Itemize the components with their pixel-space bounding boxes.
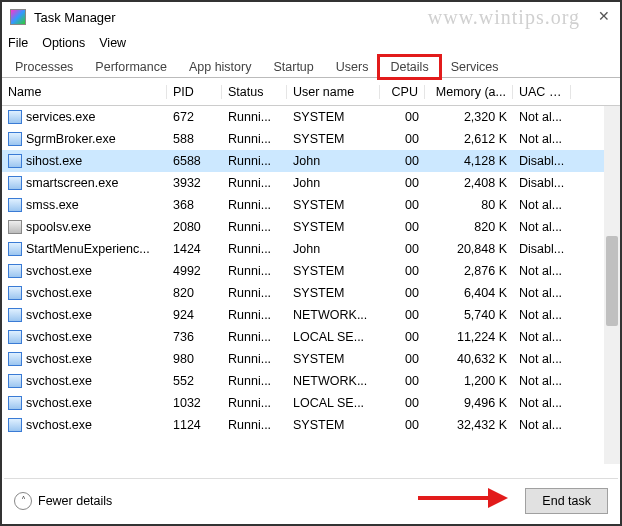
cell-user: SYSTEM bbox=[287, 418, 380, 432]
end-task-button[interactable]: End task bbox=[525, 488, 608, 514]
footer: ˄ Fewer details End task bbox=[4, 478, 618, 522]
col-pid[interactable]: PID bbox=[167, 85, 222, 99]
table-row[interactable]: smss.exe368Runni...SYSTEM0080 KNot al... bbox=[2, 194, 620, 216]
table-row[interactable]: svchost.exe552Runni...NETWORK...001,200 … bbox=[2, 370, 620, 392]
menu-view[interactable]: View bbox=[99, 36, 126, 50]
process-name: svchost.exe bbox=[26, 286, 92, 300]
tab-details[interactable]: Details bbox=[379, 56, 439, 78]
process-icon bbox=[8, 418, 22, 432]
table-row[interactable]: smartscreen.exe3932Runni...John002,408 K… bbox=[2, 172, 620, 194]
process-name: services.exe bbox=[26, 110, 95, 124]
cell-uac: Disabl... bbox=[513, 154, 571, 168]
cell-user: SYSTEM bbox=[287, 220, 380, 234]
cell-user: John bbox=[287, 176, 380, 190]
cell-memory: 2,612 K bbox=[425, 132, 513, 146]
cell-cpu: 00 bbox=[380, 418, 425, 432]
process-name: StartMenuExperienc... bbox=[26, 242, 150, 256]
col-memory[interactable]: Memory (a... bbox=[425, 85, 513, 99]
scroll-thumb[interactable] bbox=[606, 236, 618, 326]
cell-status: Runni... bbox=[222, 286, 287, 300]
cell-status: Runni... bbox=[222, 132, 287, 146]
cell-uac: Not al... bbox=[513, 198, 571, 212]
cell-pid: 1424 bbox=[167, 242, 222, 256]
process-name: spoolsv.exe bbox=[26, 220, 91, 234]
cell-memory: 2,320 K bbox=[425, 110, 513, 124]
table-row[interactable]: spoolsv.exe2080Runni...SYSTEM00820 KNot … bbox=[2, 216, 620, 238]
cell-memory: 20,848 K bbox=[425, 242, 513, 256]
column-headers: Name PID Status User name CPU Memory (a.… bbox=[2, 78, 620, 106]
cell-pid: 368 bbox=[167, 198, 222, 212]
process-icon bbox=[8, 110, 22, 124]
cell-pid: 588 bbox=[167, 132, 222, 146]
process-icon bbox=[8, 330, 22, 344]
process-name: svchost.exe bbox=[26, 396, 92, 410]
cell-cpu: 00 bbox=[380, 110, 425, 124]
close-icon[interactable]: ✕ bbox=[594, 6, 614, 26]
annotation-arrow bbox=[418, 488, 508, 508]
table-row[interactable]: svchost.exe820Runni...SYSTEM006,404 KNot… bbox=[2, 282, 620, 304]
menu-file[interactable]: File bbox=[8, 36, 28, 50]
fewer-details-button[interactable]: ˄ Fewer details bbox=[14, 492, 112, 510]
process-icon bbox=[8, 154, 22, 168]
cell-pid: 3932 bbox=[167, 176, 222, 190]
cell-cpu: 00 bbox=[380, 264, 425, 278]
scrollbar-vertical[interactable] bbox=[604, 106, 620, 464]
cell-pid: 1124 bbox=[167, 418, 222, 432]
tab-app-history[interactable]: App history bbox=[178, 56, 263, 77]
process-icon bbox=[8, 220, 22, 234]
cell-user: John bbox=[287, 154, 380, 168]
window-title: Task Manager bbox=[34, 10, 116, 25]
chevron-up-icon: ˄ bbox=[14, 492, 32, 510]
col-status[interactable]: Status bbox=[222, 85, 287, 99]
titlebar: Task Manager www.wintips.org ✕ bbox=[2, 2, 620, 32]
process-icon bbox=[8, 176, 22, 190]
cell-user: John bbox=[287, 242, 380, 256]
col-uac[interactable]: UAC vi... bbox=[513, 85, 571, 99]
table-row[interactable]: SgrmBroker.exe588Runni...SYSTEM002,612 K… bbox=[2, 128, 620, 150]
table-row[interactable]: svchost.exe924Runni...NETWORK...005,740 … bbox=[2, 304, 620, 326]
cell-user: LOCAL SE... bbox=[287, 330, 380, 344]
tab-services[interactable]: Services bbox=[440, 56, 510, 77]
cell-uac: Not al... bbox=[513, 286, 571, 300]
cell-pid: 820 bbox=[167, 286, 222, 300]
cell-uac: Disabl... bbox=[513, 176, 571, 190]
tab-startup[interactable]: Startup bbox=[262, 56, 324, 77]
table-row[interactable]: StartMenuExperienc...1424Runni...John002… bbox=[2, 238, 620, 260]
cell-cpu: 00 bbox=[380, 176, 425, 190]
cell-memory: 6,404 K bbox=[425, 286, 513, 300]
table-row[interactable]: svchost.exe1032Runni...LOCAL SE...009,49… bbox=[2, 392, 620, 414]
cell-memory: 80 K bbox=[425, 198, 513, 212]
cell-memory: 40,632 K bbox=[425, 352, 513, 366]
process-name: svchost.exe bbox=[26, 264, 92, 278]
cell-uac: Not al... bbox=[513, 330, 571, 344]
process-name: SgrmBroker.exe bbox=[26, 132, 116, 146]
table-row[interactable]: svchost.exe4992Runni...SYSTEM002,876 KNo… bbox=[2, 260, 620, 282]
table-row[interactable]: svchost.exe980Runni...SYSTEM0040,632 KNo… bbox=[2, 348, 620, 370]
table-row[interactable]: svchost.exe1124Runni...SYSTEM0032,432 KN… bbox=[2, 414, 620, 436]
tab-performance[interactable]: Performance bbox=[84, 56, 178, 77]
cell-uac: Not al... bbox=[513, 110, 571, 124]
cell-user: SYSTEM bbox=[287, 110, 380, 124]
table-row[interactable]: svchost.exe736Runni...LOCAL SE...0011,22… bbox=[2, 326, 620, 348]
menubar: File Options View bbox=[2, 32, 620, 54]
cell-memory: 2,408 K bbox=[425, 176, 513, 190]
process-name: svchost.exe bbox=[26, 330, 92, 344]
table-row[interactable]: sihost.exe6588Runni...John004,128 KDisab… bbox=[2, 150, 620, 172]
cell-pid: 6588 bbox=[167, 154, 222, 168]
cell-status: Runni... bbox=[222, 418, 287, 432]
col-cpu[interactable]: CPU bbox=[380, 85, 425, 99]
process-name: smartscreen.exe bbox=[26, 176, 118, 190]
tab-users[interactable]: Users bbox=[325, 56, 380, 77]
process-name: svchost.exe bbox=[26, 352, 92, 366]
col-user[interactable]: User name bbox=[287, 85, 380, 99]
tab-processes[interactable]: Processes bbox=[4, 56, 84, 77]
table-row[interactable]: services.exe672Runni...SYSTEM002,320 KNo… bbox=[2, 106, 620, 128]
process-icon bbox=[8, 264, 22, 278]
menu-options[interactable]: Options bbox=[42, 36, 85, 50]
tabstrip: ProcessesPerformanceApp historyStartupUs… bbox=[2, 54, 620, 78]
cell-memory: 4,128 K bbox=[425, 154, 513, 168]
cell-pid: 672 bbox=[167, 110, 222, 124]
cell-memory: 32,432 K bbox=[425, 418, 513, 432]
col-name[interactable]: Name bbox=[2, 85, 167, 99]
cell-pid: 736 bbox=[167, 330, 222, 344]
